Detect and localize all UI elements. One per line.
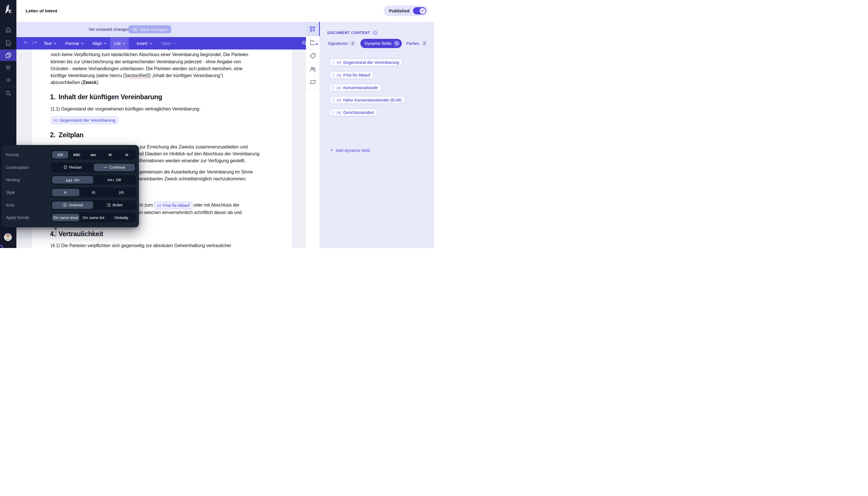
document-content-panel: DOCUMENT CONTENT ? Signatures2 Dynamic f… <box>320 22 434 248</box>
style-parens[interactable]: (4) <box>108 189 135 196</box>
continuation-restart[interactable]: Restart <box>52 164 93 171</box>
chevron-down-icon <box>123 43 125 44</box>
users-icon <box>310 66 316 72</box>
chevron-down-icon <box>173 43 176 44</box>
continuation-continue[interactable]: Continue <box>94 164 135 171</box>
menu-align[interactable]: Align <box>89 37 110 49</box>
format-option-iii[interactable]: iii <box>119 151 135 158</box>
format-option-ABC[interactable]: ABC <box>69 151 85 158</box>
home-icon <box>5 27 11 33</box>
tags-panel-button[interactable] <box>306 49 320 62</box>
redo-button[interactable] <box>32 41 37 46</box>
popup-row-nesting: Nesting A.3.IOn P/3.IOff <box>1 173 136 186</box>
format-toolbar: Text Format Align List Insert Table W <box>16 37 306 49</box>
nesting-on[interactable]: A.3.IOn <box>52 176 93 184</box>
drag-handle-icon[interactable] <box>332 110 334 114</box>
tab-parties[interactable]: Parties2 <box>406 39 428 48</box>
doc-heading-2: 2.Zeitplan <box>50 130 83 139</box>
format-option-abc[interactable]: abc <box>85 151 101 158</box>
popup-row-apply-format: Apply format: On same level On same list… <box>1 211 136 224</box>
drag-handle-icon[interactable] <box>332 73 334 77</box>
users-panel-button[interactable] <box>306 62 320 76</box>
word-export-icon[interactable]: W <box>314 40 320 47</box>
list-format-popup: Format 123 ABC abc III iii Continuation … <box>1 145 139 227</box>
fx-icon: (x) <box>337 73 341 77</box>
help-icon[interactable]: ? <box>373 31 377 35</box>
count-badge: 5 <box>394 41 400 46</box>
sidebar-item-queue[interactable] <box>0 62 16 73</box>
document-content-panel-button[interactable] <box>306 22 320 36</box>
drag-handle-icon[interactable] <box>332 86 334 90</box>
menu-format[interactable]: Format <box>62 37 87 49</box>
dynamic-field-item[interactable]: (x)Frist für Ablauf <box>330 71 374 79</box>
dynamic-field-item[interactable]: (x)Höhe Konventionalstrafe (EUR) <box>330 96 405 104</box>
doc-line: künftige Vereinbarung (siehe hierzu [Sec… <box>51 72 298 79</box>
doc-line: noch keine Verpflichtung zum tatsächlich… <box>51 51 298 58</box>
row-label: Format <box>1 153 51 157</box>
doc-line: (4.1) Die Parteien verpflichten sich geg… <box>51 242 298 248</box>
drag-handle-icon[interactable] <box>332 60 334 64</box>
popup-row-kind: Kind Ordered Bullet <box>1 199 136 212</box>
document-icon <box>6 40 11 46</box>
fx-icon: (x) <box>337 86 341 90</box>
published-toggle-pill[interactable]: Published <box>384 5 428 16</box>
doc-heading-4: 4.Vertraulichkeit <box>50 230 103 238</box>
dynamic-field-item[interactable]: (x)Gerichtsstandort <box>330 108 377 116</box>
sidebar-item-documents[interactable] <box>0 38 16 48</box>
tab-dynamic-fields[interactable]: Dynamic fields5 <box>360 39 401 48</box>
popup-row-style: Style 4. 4) (4) <box>1 186 136 199</box>
drag-handle-icon[interactable] <box>332 98 334 102</box>
menu-insert[interactable]: Insert <box>133 37 156 49</box>
flag-panel-button[interactable] <box>306 76 320 89</box>
style-dot[interactable]: 4. <box>52 189 79 196</box>
panel-tabs: Signatures2 Dynamic fields5 Parties2 <box>327 39 428 48</box>
add-dynamic-field-button[interactable]: + Add dynamic field <box>330 147 369 153</box>
right-icon-strip <box>306 22 320 248</box>
menu-table: Table <box>157 37 179 49</box>
text-cursor <box>56 230 57 237</box>
nesting-off-icon: P/3.I <box>108 179 114 182</box>
nesting-on-icon: A.3.I <box>66 179 72 182</box>
sidebar-item-settings[interactable] <box>0 75 16 85</box>
dynamic-field-item[interactable]: (x)Konventionalstrafe <box>330 84 381 92</box>
sidebar-item-templates[interactable] <box>0 49 16 61</box>
published-toggle[interactable] <box>413 7 426 14</box>
nesting-off[interactable]: P/3.IOff <box>94 176 135 184</box>
user-avatar[interactable] <box>4 233 12 241</box>
kind-ordered[interactable]: Ordered <box>52 201 93 209</box>
undo-button[interactable] <box>23 41 29 46</box>
search-icon[interactable] <box>302 41 307 47</box>
doc-dynamic-field-chip[interactable]: (x)Frist für Ablauf <box>154 202 192 209</box>
style-paren[interactable]: 4) <box>80 189 107 196</box>
tab-signatures[interactable]: Signatures2 <box>327 39 356 48</box>
gear-icon <box>5 77 11 83</box>
popup-row-continuation: Continuation Restart Continue <box>1 161 136 174</box>
check-icon <box>421 10 424 12</box>
ellipsis-icon <box>104 167 108 168</box>
apply-globally[interactable]: Globally <box>108 214 135 221</box>
restart-icon <box>64 166 67 169</box>
grid-plus-icon <box>310 26 316 32</box>
svg-text:W: W <box>316 43 318 45</box>
menu-list[interactable]: List <box>110 37 129 49</box>
sidebar-item-home[interactable] <box>0 25 16 35</box>
page-title: Letter of Intent <box>26 8 57 14</box>
popup-row-format: Format 123 ABC abc III iii <box>1 149 136 161</box>
menu-text[interactable]: Text <box>40 37 60 49</box>
published-label: Published <box>389 8 410 13</box>
section-ref-error[interactable]: SectionRef2 <box>125 73 149 79</box>
fx-icon: (x) <box>157 202 161 209</box>
cloud-upload-icon <box>132 27 138 31</box>
apply-same-level[interactable]: On same level <box>52 214 79 221</box>
apply-same-list[interactable]: On same list <box>80 214 107 221</box>
sidebar-item-search[interactable] <box>0 88 16 98</box>
fx-icon: (x) <box>337 60 341 64</box>
doc-dynamic-field-chip[interactable]: (x)Gegenstand der Vereinbarung <box>51 117 118 124</box>
format-option-123[interactable]: 123 <box>52 151 68 158</box>
doc-line: können bis zur Unterzeichnung der entspr… <box>51 58 298 65</box>
kind-bullet[interactable]: Bullet <box>94 201 135 209</box>
format-option-III[interactable]: III <box>102 151 118 158</box>
save-changes-button[interactable]: Save changes <box>129 25 171 33</box>
dynamic-field-item[interactable]: (x)Gegenstand der Vereinbarung <box>330 58 403 66</box>
chevron-down-icon <box>81 43 84 44</box>
